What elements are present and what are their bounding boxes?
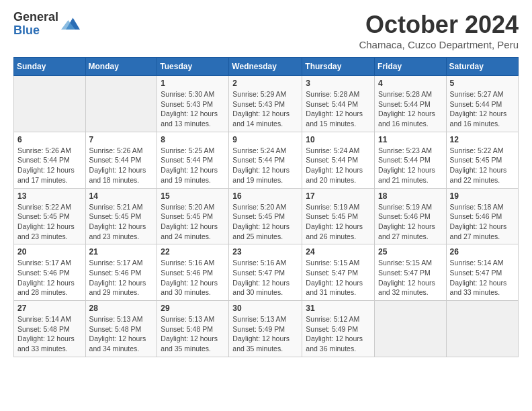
day-number: 16: [232, 191, 298, 201]
header-friday: Friday: [375, 58, 447, 76]
calendar-cell: 24Sunrise: 5:15 AMSunset: 5:47 PMDayligh…: [302, 244, 375, 301]
week-row-1: 6Sunrise: 5:26 AMSunset: 5:44 PMDaylight…: [14, 132, 519, 188]
header-tuesday: Tuesday: [157, 58, 229, 76]
day-info: Sunrise: 5:24 AMSunset: 5:44 PMDaylight:…: [306, 146, 371, 185]
day-number: 2: [232, 79, 298, 88]
week-row-0: 1Sunrise: 5:30 AMSunset: 5:43 PMDaylight…: [14, 76, 519, 132]
calendar-cell: 25Sunrise: 5:15 AMSunset: 5:47 PMDayligh…: [375, 244, 447, 301]
day-info: Sunrise: 5:22 AMSunset: 5:45 PMDaylight:…: [17, 202, 82, 242]
day-number: 30: [232, 304, 298, 313]
calendar-cell: 16Sunrise: 5:20 AMSunset: 5:45 PMDayligh…: [229, 188, 302, 244]
day-info: Sunrise: 5:20 AMSunset: 5:45 PMDaylight:…: [232, 202, 298, 242]
subtitle: Chamaca, Cuzco Department, Peru: [359, 39, 519, 50]
calendar-cell: 3Sunrise: 5:28 AMSunset: 5:44 PMDaylight…: [302, 76, 375, 132]
day-number: 8: [161, 135, 225, 144]
calendar-cell: 7Sunrise: 5:26 AMSunset: 5:44 PMDaylight…: [85, 132, 157, 188]
calendar-cell: 11Sunrise: 5:23 AMSunset: 5:44 PMDayligh…: [375, 132, 447, 188]
day-info: Sunrise: 5:19 AMSunset: 5:45 PMDaylight:…: [306, 202, 371, 242]
header-thursday: Thursday: [302, 58, 375, 76]
day-info: Sunrise: 5:13 AMSunset: 5:48 PMDaylight:…: [161, 314, 225, 354]
day-number: 19: [450, 191, 515, 201]
calendar-body: 1Sunrise: 5:30 AMSunset: 5:43 PMDaylight…: [14, 76, 519, 357]
calendar-cell: 30Sunrise: 5:13 AMSunset: 5:49 PMDayligh…: [229, 301, 302, 357]
day-number: 3: [306, 79, 371, 88]
day-number: 5: [450, 79, 515, 88]
day-number: 14: [89, 191, 154, 201]
calendar-cell: 5Sunrise: 5:27 AMSunset: 5:44 PMDaylight…: [446, 76, 518, 132]
calendar-cell: [85, 76, 157, 132]
day-info: Sunrise: 5:17 AMSunset: 5:46 PMDaylight:…: [89, 258, 154, 298]
header-monday: Monday: [85, 58, 157, 76]
logo-icon: [61, 15, 80, 34]
day-number: 21: [89, 247, 154, 257]
day-info: Sunrise: 5:20 AMSunset: 5:45 PMDaylight:…: [161, 202, 225, 242]
day-info: Sunrise: 5:29 AMSunset: 5:43 PMDaylight:…: [232, 89, 298, 129]
calendar-cell: 28Sunrise: 5:13 AMSunset: 5:48 PMDayligh…: [85, 301, 157, 357]
calendar-cell: 22Sunrise: 5:16 AMSunset: 5:46 PMDayligh…: [157, 244, 229, 301]
day-number: 18: [378, 191, 443, 201]
day-number: 20: [17, 247, 82, 257]
day-number: 25: [378, 247, 443, 257]
day-number: 24: [306, 247, 371, 257]
day-number: 1: [161, 79, 225, 88]
calendar-cell: [446, 301, 518, 357]
day-info: Sunrise: 5:27 AMSunset: 5:44 PMDaylight:…: [450, 89, 515, 129]
calendar-header: Sunday Monday Tuesday Wednesday Thursday…: [14, 58, 519, 76]
calendar-cell: 21Sunrise: 5:17 AMSunset: 5:46 PMDayligh…: [85, 244, 157, 301]
calendar-cell: 23Sunrise: 5:16 AMSunset: 5:47 PMDayligh…: [229, 244, 302, 301]
page: General Blue October 2024 Chamaca, Cuzco…: [0, 0, 532, 411]
calendar-cell: [14, 76, 86, 132]
logo-general: General: [13, 11, 58, 24]
day-number: 27: [17, 304, 82, 313]
day-info: Sunrise: 5:13 AMSunset: 5:48 PMDaylight:…: [89, 314, 154, 354]
header-row: Sunday Monday Tuesday Wednesday Thursday…: [14, 58, 519, 76]
calendar-cell: 15Sunrise: 5:20 AMSunset: 5:45 PMDayligh…: [157, 188, 229, 244]
day-number: 23: [232, 247, 298, 257]
calendar-cell: 27Sunrise: 5:14 AMSunset: 5:48 PMDayligh…: [14, 301, 86, 357]
calendar-cell: 31Sunrise: 5:12 AMSunset: 5:49 PMDayligh…: [302, 301, 375, 357]
calendar-cell: 8Sunrise: 5:25 AMSunset: 5:44 PMDaylight…: [157, 132, 229, 188]
day-number: 26: [450, 247, 515, 257]
calendar-cell: 10Sunrise: 5:24 AMSunset: 5:44 PMDayligh…: [302, 132, 375, 188]
logo-text: General Blue: [13, 11, 58, 38]
day-number: 15: [161, 191, 225, 201]
week-row-2: 13Sunrise: 5:22 AMSunset: 5:45 PMDayligh…: [14, 188, 519, 244]
day-info: Sunrise: 5:24 AMSunset: 5:44 PMDaylight:…: [232, 146, 298, 185]
day-info: Sunrise: 5:25 AMSunset: 5:44 PMDaylight:…: [161, 146, 225, 185]
logo: General Blue: [13, 11, 80, 38]
day-number: 6: [17, 135, 82, 144]
header-wednesday: Wednesday: [229, 58, 302, 76]
day-number: 10: [306, 135, 371, 144]
calendar-cell: 26Sunrise: 5:14 AMSunset: 5:47 PMDayligh…: [446, 244, 518, 301]
day-number: 29: [161, 304, 225, 313]
day-info: Sunrise: 5:14 AMSunset: 5:47 PMDaylight:…: [450, 258, 515, 298]
day-info: Sunrise: 5:22 AMSunset: 5:45 PMDaylight:…: [450, 146, 515, 185]
day-info: Sunrise: 5:16 AMSunset: 5:47 PMDaylight:…: [232, 258, 298, 298]
calendar-cell: 20Sunrise: 5:17 AMSunset: 5:46 PMDayligh…: [14, 244, 86, 301]
calendar-cell: 17Sunrise: 5:19 AMSunset: 5:45 PMDayligh…: [302, 188, 375, 244]
day-number: 9: [232, 135, 298, 144]
month-title: October 2024: [359, 11, 519, 39]
calendar-cell: 9Sunrise: 5:24 AMSunset: 5:44 PMDaylight…: [229, 132, 302, 188]
calendar-cell: 2Sunrise: 5:29 AMSunset: 5:43 PMDaylight…: [229, 76, 302, 132]
header-sunday: Sunday: [14, 58, 86, 76]
day-number: 13: [17, 191, 82, 201]
day-number: 22: [161, 247, 225, 257]
week-row-4: 27Sunrise: 5:14 AMSunset: 5:48 PMDayligh…: [14, 301, 519, 357]
day-info: Sunrise: 5:30 AMSunset: 5:43 PMDaylight:…: [161, 89, 225, 129]
day-info: Sunrise: 5:17 AMSunset: 5:46 PMDaylight:…: [17, 258, 82, 298]
day-number: 17: [306, 191, 371, 201]
day-info: Sunrise: 5:18 AMSunset: 5:46 PMDaylight:…: [450, 202, 515, 242]
calendar-cell: 13Sunrise: 5:22 AMSunset: 5:45 PMDayligh…: [14, 188, 86, 244]
calendar-table: Sunday Monday Tuesday Wednesday Thursday…: [13, 57, 519, 357]
day-number: 31: [306, 304, 371, 313]
day-info: Sunrise: 5:26 AMSunset: 5:44 PMDaylight:…: [89, 146, 154, 185]
day-info: Sunrise: 5:16 AMSunset: 5:46 PMDaylight:…: [161, 258, 225, 298]
day-info: Sunrise: 5:23 AMSunset: 5:44 PMDaylight:…: [378, 146, 443, 185]
calendar-cell: [375, 301, 447, 357]
day-number: 11: [378, 135, 443, 144]
calendar-cell: 6Sunrise: 5:26 AMSunset: 5:44 PMDaylight…: [14, 132, 86, 188]
calendar-cell: 19Sunrise: 5:18 AMSunset: 5:46 PMDayligh…: [446, 188, 518, 244]
calendar-cell: 18Sunrise: 5:19 AMSunset: 5:46 PMDayligh…: [375, 188, 447, 244]
day-info: Sunrise: 5:28 AMSunset: 5:44 PMDaylight:…: [378, 89, 443, 129]
